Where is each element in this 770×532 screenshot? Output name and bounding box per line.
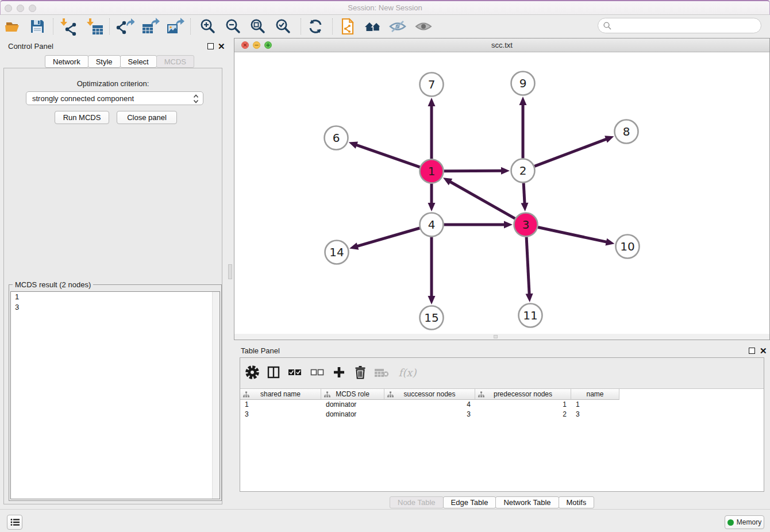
add-column-button[interactable] [330, 364, 348, 381]
graph-edge-1-2[interactable] [444, 167, 510, 175]
graph-edge-2-8[interactable] [534, 136, 614, 166]
tab-network[interactable]: Network [45, 55, 88, 68]
control-panel-header: Control Panel ✕ [0, 38, 226, 54]
window-minimize-button[interactable] [17, 5, 24, 12]
graph-node-4[interactable]: 4 [420, 213, 444, 237]
tab-motifs[interactable]: Motifs [559, 496, 595, 508]
zoom-selected-button[interactable] [274, 17, 293, 36]
graph-node-3[interactable]: 3 [514, 213, 538, 237]
cell-mcds-role[interactable]: dominator [321, 400, 384, 410]
function-builder-button[interactable]: f(x) [396, 364, 418, 381]
table-row[interactable]: 1 dominator 4 1 1 [240, 400, 764, 410]
task-history-button[interactable] [7, 515, 22, 530]
cell-successor-nodes[interactable]: 4 [384, 400, 475, 410]
tab-mcds[interactable]: MCDS [156, 55, 194, 68]
result-scrollbar[interactable] [212, 292, 220, 499]
graph-node-2[interactable]: 2 [511, 159, 535, 183]
tab-select[interactable]: Select [120, 55, 157, 68]
graph-node-15[interactable]: 15 [420, 306, 444, 330]
horizontal-splitter-handle[interactable] [494, 335, 498, 338]
graph-edge-3-1[interactable] [443, 178, 515, 218]
graph-node-1[interactable]: 1 [420, 160, 444, 183]
column-header-successor-nodes[interactable]: successor nodes [384, 389, 475, 400]
tab-style[interactable]: Style [88, 55, 121, 68]
graph-edge-3-10[interactable] [538, 228, 614, 246]
graph-edge-2-3[interactable] [521, 183, 528, 211]
control-panel-float-icon[interactable] [207, 43, 214, 49]
show-panel-button[interactable] [414, 17, 433, 36]
column-header-mcds-role[interactable]: MCDS role [321, 389, 384, 400]
table-row[interactable]: 3 dominator 3 2 3 [240, 410, 764, 419]
vertical-splitter-handle[interactable] [228, 264, 232, 279]
delete-column-button[interactable] [352, 364, 369, 381]
cell-predecessor-nodes[interactable]: 1 [475, 400, 571, 410]
select-stepper-icon [192, 94, 199, 104]
export-image-button[interactable] [165, 17, 185, 36]
zoom-in-button[interactable] [198, 17, 218, 36]
hide-panel-button[interactable] [388, 17, 407, 36]
open-session-button[interactable] [3, 17, 22, 36]
table-panel-close-icon[interactable]: ✕ [760, 348, 767, 354]
share-document-button[interactable] [338, 17, 357, 36]
graph-edge-1-7[interactable] [428, 98, 436, 159]
search-input[interactable] [598, 18, 761, 33]
table-settings-button[interactable] [244, 364, 261, 381]
column-header-shared-name[interactable]: shared name [240, 389, 321, 400]
cell-shared-name[interactable]: 3 [240, 410, 321, 419]
control-panel-close-icon[interactable]: ✕ [218, 43, 225, 49]
cell-name[interactable]: 1 [571, 400, 619, 410]
graph-node-14[interactable]: 14 [325, 241, 349, 264]
cell-predecessor-nodes[interactable]: 2 [475, 410, 571, 419]
graph-edge-1-4[interactable] [428, 184, 436, 212]
toggle-columns-button[interactable] [265, 364, 282, 381]
graph-node-7[interactable]: 7 [420, 73, 444, 97]
export-network-button[interactable] [116, 17, 135, 36]
zoom-out-button[interactable] [224, 17, 243, 36]
zoom-fit-button[interactable] [248, 17, 268, 36]
graph-edge-4-14[interactable] [349, 228, 419, 250]
mcds-result-item[interactable]: 3 [11, 302, 220, 313]
import-table-button[interactable] [85, 17, 105, 36]
close-panel-button[interactable]: Close panel [117, 111, 177, 124]
tab-node-table[interactable]: Node Table [390, 496, 444, 508]
graph-node-8[interactable]: 8 [615, 120, 638, 144]
mcds-result-list[interactable]: 1 3 [10, 291, 220, 499]
graph-node-6[interactable]: 6 [325, 126, 348, 150]
cell-mcds-role[interactable]: dominator [321, 410, 384, 419]
graph-edge-1-6[interactable] [349, 141, 420, 167]
deselect-all-button[interactable] [309, 364, 326, 381]
graph-node-9[interactable]: 9 [511, 72, 535, 95]
window-zoom-button[interactable] [29, 5, 36, 12]
tab-network-table[interactable]: Network Table [495, 496, 559, 508]
window-close-button[interactable] [5, 5, 12, 12]
delete-table-button[interactable] [373, 364, 390, 381]
export-table-icon [141, 17, 160, 36]
cell-successor-nodes[interactable]: 3 [384, 410, 475, 419]
export-table-button[interactable] [141, 17, 160, 36]
home-button[interactable] [363, 17, 383, 36]
refresh-button[interactable] [306, 17, 325, 36]
network-close-button[interactable]: ✕ [241, 41, 249, 49]
graph-node-10[interactable]: 10 [616, 235, 640, 259]
optimization-criterion-select[interactable]: strongly connected component [26, 91, 203, 105]
tab-edge-table[interactable]: Edge Table [443, 496, 496, 508]
graph-edge-3-11[interactable] [526, 237, 533, 302]
memory-button[interactable]: Memory [725, 515, 764, 529]
graph-node-11[interactable]: 11 [519, 304, 542, 327]
save-session-button[interactable] [28, 17, 47, 36]
select-all-button[interactable] [286, 364, 303, 381]
column-header-predecessor-nodes[interactable]: predecessor nodes [475, 389, 571, 400]
cell-shared-name[interactable]: 1 [240, 400, 321, 410]
graph-edge-4-3[interactable] [444, 221, 513, 229]
mcds-result-item[interactable]: 1 [11, 292, 220, 302]
table-panel-float-icon[interactable] [749, 348, 755, 354]
column-header-name[interactable]: name [571, 389, 619, 400]
run-mcds-button[interactable]: Run MCDS [55, 111, 109, 124]
network-zoom-button[interactable]: + [264, 41, 272, 49]
import-network-button[interactable] [59, 17, 78, 36]
graph-edge-2-9[interactable] [519, 97, 527, 159]
cell-name[interactable]: 3 [571, 410, 619, 419]
network-canvas[interactable]: 7968124314101511 [234, 52, 769, 334]
network-minimize-button[interactable]: − [253, 41, 260, 49]
graph-edge-4-15[interactable] [428, 237, 436, 305]
